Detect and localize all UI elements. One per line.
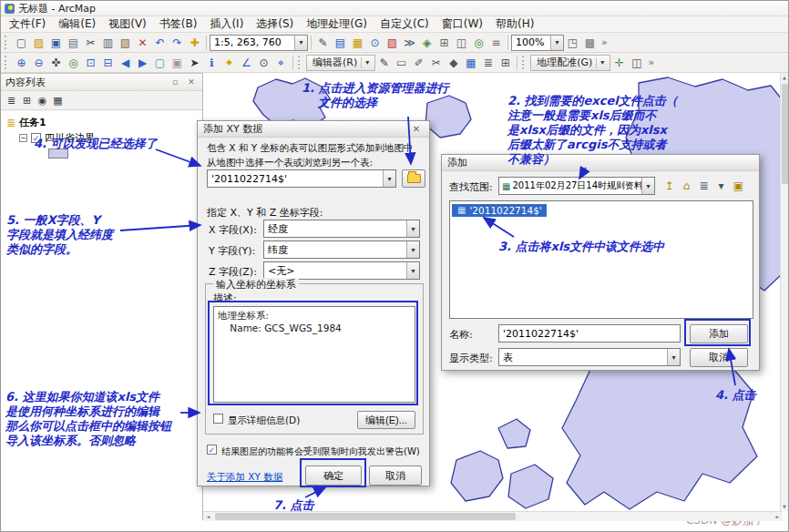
hyperlink-icon[interactable]: ✦	[220, 54, 238, 71]
layout-grid-icon[interactable]: ⊞	[435, 34, 453, 51]
redo-icon[interactable]: ↷	[169, 34, 186, 51]
copy-icon[interactable]: ▥	[99, 34, 117, 51]
scroll-up-icon[interactable]: ▲	[781, 73, 788, 82]
arctoolbox-icon[interactable]: ▧	[384, 34, 401, 51]
z-field-combo[interactable]: <无> ▾	[263, 261, 420, 280]
menu-insert[interactable]: 插入(I)	[203, 16, 250, 32]
toolbar-overflow-icon[interactable]: »	[648, 56, 654, 68]
editor-toolbar-toggle-icon[interactable]: ✎	[314, 34, 332, 51]
back-extent-icon[interactable]: ◀	[117, 54, 134, 71]
delete-icon[interactable]: ✕	[134, 34, 151, 51]
extra-tool-icon[interactable]: ▩	[581, 34, 599, 51]
zoom-percent-combo[interactable]: 100% ▾	[511, 35, 564, 51]
table-of-contents-icon[interactable]: ▤	[332, 34, 349, 51]
menu-window[interactable]: 窗口(W)	[435, 16, 489, 32]
vertical-scroll-thumb[interactable]	[782, 84, 788, 184]
new-document-icon[interactable]: ▢	[13, 34, 30, 51]
paste-icon[interactable]: ▧	[117, 34, 134, 51]
go-to-xy-icon[interactable]: ⌖	[272, 54, 290, 71]
fixed-zoom-in-icon[interactable]: ⊡	[82, 54, 99, 71]
up-one-level-icon[interactable]: ↥	[661, 177, 678, 194]
identify-icon[interactable]: ℹ	[203, 54, 220, 71]
collapse-expander-icon[interactable]: −	[19, 134, 27, 142]
look-in-combo[interactable]: ▦ 2011年02月27日14时规则资料 ▾	[498, 177, 655, 195]
x-field-combo[interactable]: 经度 ▾	[263, 220, 420, 238]
dropdown-arrow-icon[interactable]: ▾	[406, 241, 419, 258]
close-icon[interactable]: ✕	[185, 77, 198, 87]
zoom-out-icon[interactable]: ⊖	[30, 54, 47, 71]
menu-geoprocessing[interactable]: 地理处理(G)	[300, 16, 374, 32]
search-window-icon[interactable]: ⊙	[366, 34, 384, 51]
menu-file[interactable]: 文件(F)	[3, 16, 52, 32]
georeferencing-menu-button[interactable]: 地理配准(G) ▾	[530, 55, 610, 71]
cut-polygons-icon[interactable]: ✂	[427, 54, 445, 71]
menu-selection[interactable]: 选择(S)	[250, 16, 300, 32]
list-by-drawing-order-icon[interactable]: ≣	[4, 93, 19, 108]
split-icon[interactable]: ◆	[445, 54, 462, 71]
list-menu-icon[interactable]: ≡	[487, 34, 505, 51]
fixed-zoom-out-icon[interactable]: ⊟	[99, 54, 117, 71]
save-icon[interactable]: ▣	[47, 34, 65, 51]
map-vertical-scrollbar[interactable]: ▲ ▼	[780, 73, 788, 511]
dropdown-arrow-icon[interactable]: ▾	[294, 36, 307, 50]
pan-icon[interactable]: ✜	[47, 54, 65, 71]
list-by-selection-icon[interactable]: ▦	[50, 93, 66, 108]
dropdown-arrow-icon[interactable]: ▾	[550, 36, 563, 50]
warn-checkbox[interactable]: ✓	[207, 445, 217, 455]
menu-help[interactable]: 帮助(H)	[489, 16, 540, 32]
toolbar-grip[interactable]	[5, 56, 9, 69]
zoom-in-icon[interactable]: ⊕	[13, 54, 30, 71]
toolbar-overflow-icon[interactable]: »	[601, 36, 608, 48]
dropdown-arrow-icon[interactable]: ▾	[406, 220, 419, 237]
edit-vertices-icon[interactable]: ▭	[393, 54, 410, 71]
dropdown-arrow-icon[interactable]: ▾	[361, 57, 369, 68]
scroll-down-icon[interactable]: ▼	[781, 502, 788, 511]
toolbar-grip[interactable]	[522, 56, 527, 69]
undo-icon[interactable]: ↶	[151, 34, 169, 51]
table-combo[interactable]: '2011022714$' ▾	[207, 169, 396, 188]
about-add-xy-link[interactable]: 关于添加 XY 数据	[207, 471, 282, 484]
find-icon[interactable]: ⊙	[255, 54, 272, 71]
georef-viewer-icon[interactable]: ◫	[628, 54, 645, 71]
scroll-left-icon[interactable]: ◄	[203, 512, 213, 521]
edit-sketch-icon[interactable]: ✎	[375, 54, 393, 71]
scroll-right-icon[interactable]: ►	[773, 512, 783, 521]
add-control-points-icon[interactable]: ✛	[610, 54, 628, 71]
attributes-icon[interactable]: ▦	[462, 54, 479, 71]
model-builder-icon[interactable]: ◈	[418, 34, 435, 51]
map-scale-combo[interactable]: 1:5, 263, 760 ▾	[210, 35, 308, 51]
list-by-source-icon[interactable]: ⊞	[19, 93, 35, 108]
show-details-checkbox[interactable]	[213, 414, 223, 424]
data-frame-label[interactable]: 任务1	[19, 116, 46, 129]
print-icon[interactable]: ▤	[65, 34, 82, 51]
select-elements-icon[interactable]: ➤	[186, 54, 203, 71]
globe-view-icon[interactable]: ◎	[470, 34, 487, 51]
y-field-combo[interactable]: 纬度 ▾	[263, 240, 420, 259]
select-features-icon[interactable]: ▢	[151, 54, 169, 71]
browse-button[interactable]	[402, 169, 425, 188]
view-menu-arrow-icon[interactable]: ▾	[712, 177, 730, 194]
snapping-icon[interactable]: ⊞	[497, 54, 514, 71]
data-frame-row[interactable]: ≣ 任务1	[6, 115, 202, 130]
editor-menu-button[interactable]: 编辑器(R) ▾	[306, 55, 375, 71]
name-field[interactable]: '2011022714$'	[498, 324, 681, 343]
home-folder-icon[interactable]: ⌂	[678, 177, 695, 194]
dropdown-arrow-icon[interactable]: ▾	[406, 262, 419, 279]
cut-icon[interactable]: ✂	[82, 34, 99, 51]
python-window-icon[interactable]: ≫	[401, 34, 418, 51]
measure-icon[interactable]: ∠	[238, 54, 255, 71]
dropdown-arrow-icon[interactable]: ▾	[641, 178, 654, 194]
dropdown-arrow-icon[interactable]: ▾	[383, 170, 395, 187]
menu-view[interactable]: 视图(V)	[102, 16, 153, 32]
toolbar-grip[interactable]	[5, 36, 9, 49]
close-icon[interactable]: ✕	[409, 124, 424, 134]
viewer-window-icon[interactable]: ◳	[564, 34, 581, 51]
cancel-button[interactable]: 取消	[690, 348, 748, 367]
toolbar-grip[interactable]	[298, 56, 302, 69]
show-type-combo[interactable]: 表 ▾	[498, 348, 681, 366]
add-data-icon[interactable]: ✚	[186, 34, 203, 51]
file-list[interactable]: ▦ '2011022714$'	[449, 200, 753, 319]
file-list-item-selected[interactable]: ▦ '2011022714$'	[452, 204, 547, 217]
dropdown-arrow-icon[interactable]: ▾	[667, 349, 680, 365]
forward-extent-icon[interactable]: ▶	[134, 54, 151, 71]
